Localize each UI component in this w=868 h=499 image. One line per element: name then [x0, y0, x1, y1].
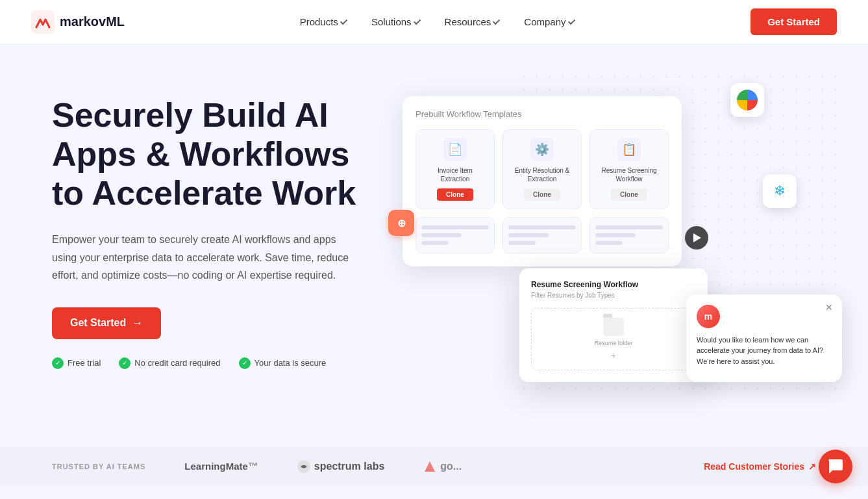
close-icon[interactable]: ✕	[823, 301, 836, 314]
trusted-logo-spectrum: spectrum labs	[297, 460, 384, 473]
mini-workflow-3	[589, 217, 669, 253]
chat-bubble-button[interactable]	[819, 450, 852, 483]
chevron-down-icon	[340, 17, 347, 24]
resume-popup-subtitle: Filter Resumes by Job Types	[531, 292, 696, 299]
arrow-icon: →	[131, 316, 143, 330]
check-icon: ✓	[239, 357, 251, 369]
hero-title: Securely Build AI Apps & Workflows to Ac…	[52, 96, 390, 212]
check-icon: ✓	[119, 357, 130, 369]
mini-line-short	[421, 233, 462, 237]
workflow-item-entity: ⚙️ Entity Resolution & Extraction Clone	[502, 129, 582, 209]
workflow-grid-second-row	[415, 217, 669, 253]
read-customer-stories-link[interactable]: Read Customer Stories ↗	[704, 461, 816, 472]
clone-resume-button[interactable]: Clone	[611, 188, 647, 201]
hero-section: Securely Build AI Apps & Workflows to Ac…	[0, 44, 868, 447]
workflow-item-label: Resume Screening Workflow	[598, 166, 660, 183]
chevron-down-icon	[567, 17, 575, 24]
workflow-grid: 📄 Invoice Item Extraction Clone ⚙️ Entit…	[415, 129, 669, 209]
trusted-label: TRUSTED BY AI TEAMS	[52, 463, 145, 470]
badge-no-credit: ✓ No credit card required	[119, 357, 220, 369]
resume-icon: 📋	[617, 138, 641, 161]
hero-right: ❄ ⊕ Prebuilt Workflow Templates 📄 Invoic…	[377, 83, 816, 421]
nav-item-products[interactable]: Products	[300, 16, 348, 27]
workflow-item-label: Invoice Item Extraction	[424, 166, 486, 183]
external-link-icon: ↗	[808, 461, 816, 472]
chat-logo: m	[697, 305, 720, 328]
mini-workflow-1	[415, 217, 495, 253]
clone-entity-button[interactable]: Clone	[524, 188, 560, 201]
hero-left: Securely Build AI Apps & Workflows to Ac…	[52, 83, 390, 369]
nav-get-started-button[interactable]: Get Started	[750, 8, 837, 35]
chevron-down-icon	[414, 17, 421, 24]
hero-cta-button[interactable]: Get Started →	[52, 307, 161, 339]
mini-line-shorter	[421, 241, 449, 245]
hero-subtitle: Empower your team to securely create AI …	[52, 231, 351, 284]
nav-links: Products Solutions Resources Company	[300, 16, 576, 27]
check-icon: ✓	[52, 357, 64, 369]
mini-line	[421, 225, 489, 229]
play-icon	[693, 233, 701, 242]
trusted-logo-learningmate: LearningMate™	[184, 461, 258, 472]
nav-item-resources[interactable]: Resources	[445, 16, 501, 27]
nav-item-solutions[interactable]: Solutions	[371, 16, 421, 27]
resume-popup: Resume Screening Workflow Filter Resumes…	[519, 268, 708, 382]
svg-rect-0	[31, 10, 55, 34]
workflow-item-resume: 📋 Resume Screening Workflow Clone	[589, 129, 669, 209]
nav-item-company[interactable]: Company	[524, 16, 575, 27]
workflow-item-label: Entity Resolution & Extraction	[511, 166, 573, 183]
resume-folder[interactable]: Resume folder +	[531, 308, 696, 370]
workflow-item-invoice: 📄 Invoice Item Extraction Clone	[415, 129, 495, 209]
clone-invoice-button[interactable]: Clone	[437, 188, 473, 201]
snowflake-icon: ❄	[763, 174, 797, 208]
logo[interactable]: markovML	[31, 10, 125, 34]
mini-line-shorter	[508, 241, 536, 245]
resume-popup-title: Resume Screening Workflow	[531, 280, 696, 289]
google-cloud-icon	[730, 83, 764, 117]
trusted-logos: LearningMate™ spectrum labs go...	[184, 460, 665, 473]
mini-line	[595, 225, 663, 229]
workflow-card-title: Prebuilt Workflow Templates	[415, 109, 669, 119]
trust-badges: ✓ Free trial ✓ No credit card required ✓…	[52, 357, 390, 369]
entity-icon: ⚙️	[530, 138, 554, 161]
chat-popup: ✕ m Would you like to learn how we can a…	[686, 294, 842, 383]
trusted-bar: TRUSTED BY AI TEAMS LearningMate™ spectr…	[0, 447, 868, 486]
mini-line	[508, 225, 576, 229]
folder-label: Resume folder	[595, 340, 633, 346]
mini-line-short	[595, 233, 636, 237]
mini-line-short	[508, 233, 549, 237]
chat-text: Would you like to learn how we can accel…	[697, 335, 832, 367]
invoice-icon: 📄	[443, 138, 467, 161]
trusted-logo-go: go...	[423, 460, 462, 473]
badge-data-secure: ✓ Your data is secure	[239, 357, 327, 369]
workflow-card: Prebuilt Workflow Templates 📄 Invoice It…	[403, 96, 682, 266]
chat-logo-letter: m	[704, 311, 712, 322]
mini-workflow-2	[502, 217, 582, 253]
logo-text: markovML	[60, 14, 125, 29]
gcloud-circle	[737, 90, 758, 110]
mini-line-shorter	[595, 241, 623, 245]
chevron-down-icon	[493, 17, 500, 24]
folder-icon	[603, 318, 624, 336]
badge-free-trial: ✓ Free trial	[52, 357, 101, 369]
folder-plus-icon: +	[611, 350, 616, 361]
hubspot-icon: ⊕	[388, 210, 414, 236]
play-button[interactable]	[685, 226, 708, 250]
navbar: markovML Products Solutions Resources Co…	[0, 0, 868, 44]
